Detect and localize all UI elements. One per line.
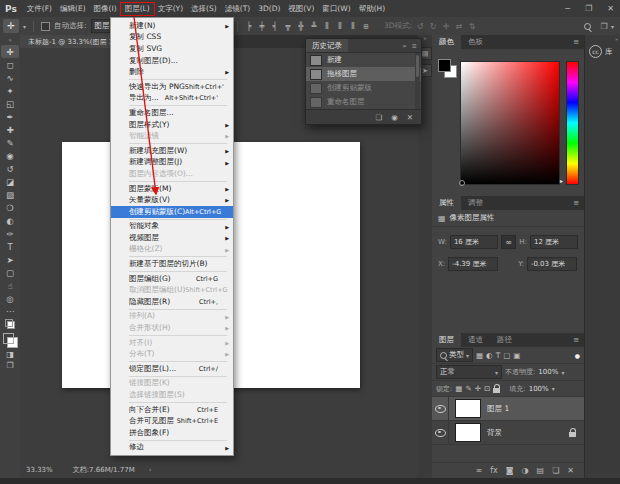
menu-item[interactable]: 视频图层 ▶ xyxy=(111,232,233,244)
menu-item[interactable]: 合并可见图层 Shift+Ctrl+E ▶ xyxy=(111,415,233,427)
menu-item[interactable]: 导出为... Alt+Shift+Ctrl+' ▶ xyxy=(111,93,233,105)
menu-item[interactable]: 矢量蒙版(V) ▶ xyxy=(111,194,233,206)
menu-item[interactable]: 锁定图层(L)... Ctrl+/ ▶ xyxy=(111,363,233,375)
align-horizontal-center-icon[interactable]: ╪ xyxy=(257,22,267,31)
lock-move-icon[interactable]: ✛ xyxy=(475,384,481,393)
tool-preset-caret-icon[interactable]: ▾ xyxy=(23,23,26,30)
distribute-spacing-icon[interactable]: ⊞ xyxy=(361,22,371,31)
menu-item[interactable]: 图层编组(G) Ctrl+G ▶ xyxy=(111,273,233,285)
visibility-toggle[interactable] xyxy=(432,421,449,444)
color-picker-marker[interactable] xyxy=(459,180,465,186)
menu-item[interactable]: 合并形状(H) ▶ xyxy=(111,322,233,334)
distribute-right-icon[interactable]: ǁ xyxy=(348,22,358,31)
chevron-down-icon[interactable]: ▾ xyxy=(561,369,564,376)
filter-toggle-icon[interactable]: ● xyxy=(575,352,580,359)
menu-item[interactable]: 排列(A) ▶ xyxy=(111,311,233,323)
panel-tab[interactable]: 图层 xyxy=(432,333,461,347)
quick-selection-tool[interactable]: ✦ xyxy=(1,84,19,97)
menu-item[interactable]: 取消图层编组(U) Shift+Ctrl+G ▶ xyxy=(111,284,233,296)
layer-filter-dropdown[interactable]: 类型 ▾ xyxy=(436,348,473,362)
move-tool[interactable]: ✛ xyxy=(1,45,19,58)
menu-item[interactable]: 图层内容选项(O)... ▶ xyxy=(111,168,233,180)
panel-menu-icon[interactable]: ≡ xyxy=(573,199,579,207)
menubar-item[interactable]: 窗口(W) xyxy=(318,3,354,15)
layer-thumbnail[interactable] xyxy=(455,399,481,418)
menu-item[interactable]: 新建调整图层(J) ▶ xyxy=(111,157,233,169)
filter-type-icon[interactable]: T xyxy=(496,351,501,360)
panel-tab[interactable]: 调整 xyxy=(461,196,490,210)
align-left-icon[interactable]: ╞ xyxy=(244,22,254,31)
zoom-level-field[interactable]: 33.33% xyxy=(26,466,53,474)
foreground-color-swatch[interactable] xyxy=(3,333,14,344)
menu-item[interactable]: 智能对象 ▶ xyxy=(111,221,233,233)
menu-item[interactable]: 选择链接图层(S) ▶ xyxy=(111,389,233,401)
brush-tool[interactable]: ✎ xyxy=(1,136,19,149)
delete-state-icon[interactable]: ✕ xyxy=(407,113,413,122)
zoom-tool[interactable]: ◎ xyxy=(1,292,19,305)
y-field[interactable]: -0.03 厘米 xyxy=(527,257,577,271)
menubar-item[interactable]: 图层(L) xyxy=(121,3,154,15)
panel-tab[interactable]: 路径 xyxy=(490,333,519,347)
lock-paint-icon[interactable]: ✎ xyxy=(465,384,471,393)
history-state-row[interactable]: 拖移图层 xyxy=(306,67,421,81)
scrollbar[interactable] xyxy=(415,53,420,109)
auto-select-checkbox[interactable] xyxy=(41,22,50,31)
minimize-button[interactable]: ─ xyxy=(565,4,570,13)
adjustment-layer-icon[interactable]: ◑ xyxy=(522,466,529,475)
align-top-icon[interactable]: ╦ xyxy=(283,22,293,31)
menubar-item[interactable]: 图像(I) xyxy=(90,3,121,15)
workspace-switcher[interactable]: ❐ ▾ xyxy=(599,22,614,31)
menubar-item[interactable]: 选择(S) xyxy=(187,3,221,15)
menu-item[interactable]: 链接图层(K) ▶ xyxy=(111,378,233,390)
x-field[interactable]: -4.39 厘米 xyxy=(448,257,498,271)
panel-tab[interactable]: 通道 xyxy=(461,333,490,347)
dock-collapse-icon[interactable]: » xyxy=(615,36,618,42)
背景[interactable]: 背景 xyxy=(432,421,584,445)
menu-item[interactable]: 复制图层(D)... ▶ xyxy=(111,55,233,67)
type-tool[interactable]: T xyxy=(1,240,19,253)
hue-slider[interactable] xyxy=(566,61,579,185)
new-snapshot-icon[interactable]: ◉ xyxy=(391,113,398,122)
blur-tool[interactable]: ❍ xyxy=(1,201,19,214)
new-layer-icon[interactable]: ❏ xyxy=(552,466,559,475)
healing-brush-tool[interactable]: ✚ xyxy=(1,123,19,136)
history-state-row[interactable]: 重命名图层 xyxy=(306,95,421,109)
marquee-tool[interactable]: ◻ xyxy=(1,58,19,71)
chevron-down-icon[interactable]: ▾ xyxy=(552,385,555,392)
panel-tab[interactable]: 色板 xyxy=(461,35,490,49)
lasso-tool[interactable]: ∿ xyxy=(1,71,19,84)
menubar-item[interactable]: 文字(Y) xyxy=(154,3,187,15)
status-menu-chevron-icon[interactable]: › xyxy=(149,466,152,474)
panel-tab[interactable]: 颜色 xyxy=(432,35,461,49)
new-doc-from-state-icon[interactable]: ❏ xyxy=(375,113,382,122)
color-swatches[interactable] xyxy=(438,59,458,79)
fill-value[interactable]: 100% xyxy=(529,385,549,393)
menubar-item[interactable]: 帮助(H) xyxy=(355,3,390,15)
saturation-brightness-gradient[interactable] xyxy=(460,61,560,185)
lock-artboard-icon[interactable]: ⊡ xyxy=(484,384,490,393)
opacity-value[interactable]: 100% xyxy=(538,368,558,376)
hand-tool[interactable]: ☝ xyxy=(1,279,19,292)
menubar-item[interactable]: 文件(F) xyxy=(23,3,56,15)
layer-mask-icon[interactable]: ◙ xyxy=(506,466,514,475)
link-layers-icon[interactable]: ∞ xyxy=(476,466,483,475)
dodge-tool[interactable]: ◐ xyxy=(1,214,19,227)
menu-item[interactable]: 创建剪贴蒙版(C) Alt+Ctrl+G ▶ xyxy=(111,206,233,218)
menubar-item[interactable]: 编辑(E) xyxy=(56,3,90,15)
panel-menu-icon[interactable]: ≡ xyxy=(573,336,579,344)
document-tab[interactable]: 未标题-1 @ 33.3%(图层 1 xyxy=(20,35,121,48)
history-state-row[interactable]: 创建剪贴蒙版 xyxy=(306,81,421,95)
layer-thumbnail[interactable] xyxy=(455,423,481,442)
maximize-button[interactable]: ❐ xyxy=(585,4,592,13)
panel-collapse-icon[interactable]: » xyxy=(403,42,407,50)
filter-pixel-icon[interactable]: ▦ xyxy=(476,351,483,360)
move-tool-icon[interactable]: ✛ xyxy=(3,19,19,33)
menu-item[interactable]: 新建填充图层(W) ▶ xyxy=(111,145,233,157)
menu-item[interactable]: 新建基于图层的切片(B) ▶ xyxy=(111,258,233,270)
menu-item[interactable]: 隐藏图层(R) Ctrl+, ▶ xyxy=(111,296,233,308)
lock-all-icon[interactable] xyxy=(493,388,500,393)
hue-slider-marker[interactable]: ▸ xyxy=(560,177,563,184)
menubar-item[interactable]: 视图(V) xyxy=(284,3,318,15)
history-brush-tool[interactable]: ↺ xyxy=(1,162,19,175)
lock-transparent-icon[interactable]: ▦ xyxy=(455,384,462,393)
